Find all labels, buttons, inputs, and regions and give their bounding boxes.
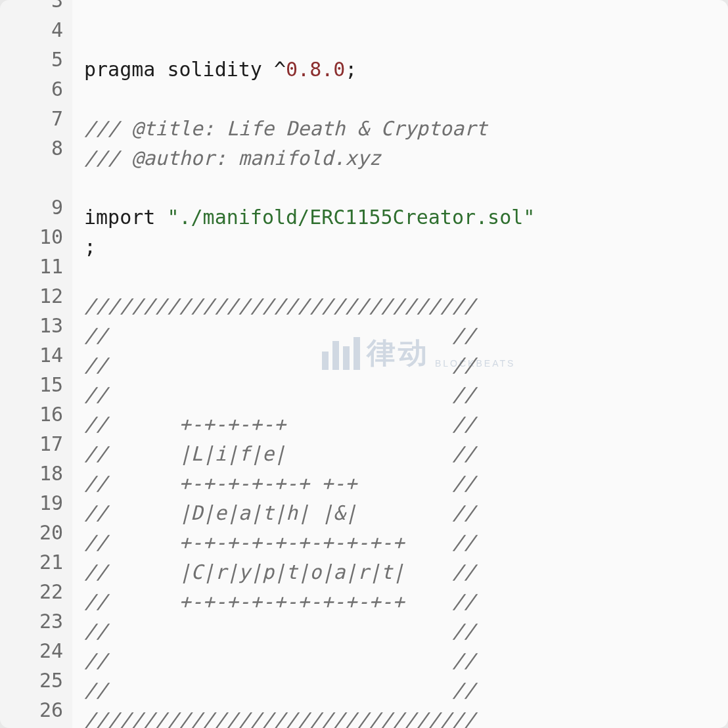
- line-number: 26: [13, 695, 63, 725]
- line-number: 16: [13, 399, 63, 429]
- comment-text: // //: [84, 620, 476, 643]
- code-line: import "./manifold/ERC1155Creator.sol": [84, 202, 728, 232]
- line-number-gutter: 3456789101112131415161718192021222324252…: [0, 0, 72, 728]
- line-number: 22: [13, 577, 63, 606]
- code-editor: 3456789101112131415161718192021222324252…: [0, 0, 728, 728]
- comment-text: // //: [84, 324, 476, 347]
- semicolon: ;: [345, 58, 357, 81]
- code-line-wrap: ;: [84, 232, 728, 262]
- line-number: 7: [13, 104, 63, 133]
- code-area: 律动 BLOCKBEATS pragma solidity ^0.8.0;///…: [72, 0, 728, 728]
- code-line: // +-+-+-+-+ //: [84, 409, 728, 439]
- comment-text: /// @author: manifold.xyz: [84, 147, 381, 170]
- code-line: // +-+-+-+-+-+-+-+-+-+ //: [84, 587, 728, 616]
- code-line: // //: [84, 646, 728, 675]
- code-line: /////////////////////////////////: [84, 291, 728, 321]
- line-number: 11: [13, 252, 63, 281]
- comment-text: // //: [84, 383, 476, 406]
- line-number: 24: [13, 636, 63, 666]
- code-line: // //: [84, 616, 728, 646]
- line-number: 15: [13, 370, 63, 399]
- line-number: 19: [13, 488, 63, 518]
- line-number: 8: [13, 133, 63, 163]
- code-line: // +-+-+-+-+-+ +-+ //: [84, 468, 728, 498]
- code-line: // |C|r|y|p|t|o|a|r|t| //: [84, 557, 728, 587]
- line-number: 4: [13, 15, 63, 45]
- line-number-wrap: [13, 163, 63, 193]
- line-number: 14: [13, 340, 63, 370]
- comment-text: /// @title: Life Death & Cryptoart: [84, 117, 488, 140]
- code-line: [84, 84, 728, 114]
- line-number: 25: [13, 666, 63, 695]
- string-literal: "./manifold/ERC1155Creator.sol": [167, 206, 535, 229]
- line-number: 20: [13, 518, 63, 547]
- comment-text: // //: [84, 649, 476, 672]
- comment-text: // +-+-+-+-+ //: [84, 413, 476, 436]
- comment-text: // |C|r|y|p|t|o|a|r|t| //: [84, 560, 476, 583]
- code-line: // //: [84, 380, 728, 409]
- line-number: 18: [13, 459, 63, 488]
- comment-text: // //: [84, 679, 476, 702]
- version-literal: 0.8.0: [286, 58, 345, 81]
- code-line: // |L|i|f|e| //: [84, 439, 728, 468]
- comment-text: // +-+-+-+-+-+-+-+-+-+ //: [84, 531, 476, 554]
- code-line: // +-+-+-+-+-+-+-+-+-+ //: [84, 528, 728, 557]
- line-number: 17: [13, 429, 63, 459]
- comment-text: // +-+-+-+-+-+ +-+ //: [84, 472, 476, 495]
- code-line: // //: [84, 675, 728, 705]
- line-number: 13: [13, 311, 63, 340]
- comment-text: // //: [84, 353, 476, 376]
- line-number: 12: [13, 281, 63, 311]
- comment-text: /////////////////////////////////: [84, 294, 476, 317]
- code-line: /////////////////////////////////: [84, 705, 728, 728]
- code-line: [84, 173, 728, 202]
- code-line: // //: [84, 321, 728, 350]
- line-number: 21: [13, 547, 63, 577]
- semicolon: ;: [84, 235, 96, 258]
- line-number: 9: [13, 193, 63, 222]
- code-line: pragma solidity ^0.8.0;: [84, 55, 728, 84]
- caret-prefix: ^: [274, 58, 286, 81]
- line-number: 3: [13, 0, 63, 15]
- keyword: import: [84, 206, 167, 229]
- code-line: /// @title: Life Death & Cryptoart: [84, 114, 728, 143]
- line-number: 5: [13, 45, 63, 74]
- comment-text: // +-+-+-+-+-+-+-+-+-+ //: [84, 590, 476, 613]
- line-number: 6: [13, 74, 63, 104]
- code-line: [84, 262, 728, 291]
- comment-text: // |L|i|f|e| //: [84, 442, 476, 465]
- comment-text: /////////////////////////////////: [84, 708, 476, 728]
- line-number: 23: [13, 606, 63, 636]
- code-line: // |D|e|a|t|h| |&| //: [84, 498, 728, 528]
- line-number: 10: [13, 222, 63, 252]
- code-line: /// @author: manifold.xyz: [84, 143, 728, 173]
- code-line: // //: [84, 350, 728, 380]
- comment-text: // |D|e|a|t|h| |&| //: [84, 501, 476, 524]
- keyword: pragma solidity: [84, 58, 274, 81]
